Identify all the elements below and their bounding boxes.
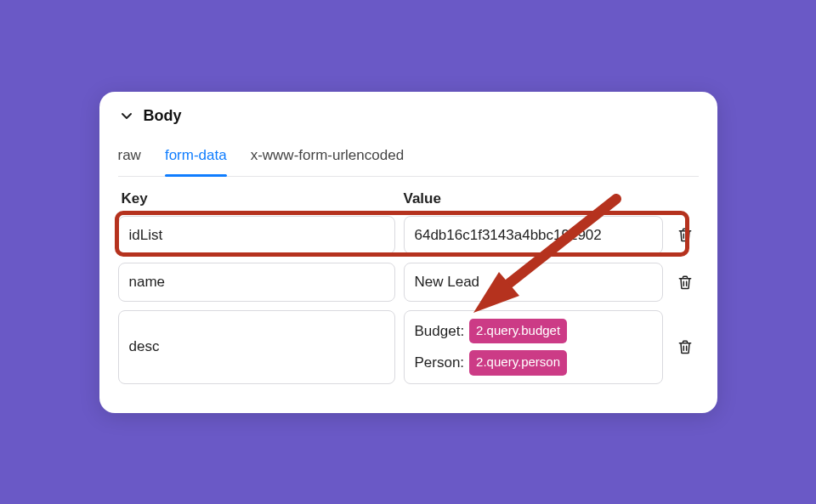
trash-icon bbox=[677, 226, 694, 243]
value-input[interactable]: New Lead bbox=[404, 263, 663, 302]
trash-icon bbox=[677, 274, 694, 291]
key-input[interactable]: idList bbox=[118, 216, 395, 255]
key-input[interactable]: desc bbox=[118, 310, 395, 384]
section-title: Body bbox=[144, 107, 182, 125]
value-input[interactable]: Budget: 2.query.budget Person: 2.query.p… bbox=[404, 310, 663, 384]
column-header-key: Key bbox=[122, 190, 404, 207]
value-label: Person: bbox=[415, 352, 465, 374]
value-label: Budget: bbox=[415, 320, 465, 343]
delete-row-button[interactable] bbox=[672, 310, 699, 384]
form-row: desc Budget: 2.query.budget Person: 2.qu… bbox=[118, 310, 699, 384]
form-rows: idList 64db16c1f3143a4bbc192902 name New… bbox=[118, 216, 699, 384]
tab-urlencoded[interactable]: x-www-form-urlencoded bbox=[251, 142, 404, 176]
tab-form-data[interactable]: form-data bbox=[165, 142, 227, 176]
delete-row-button[interactable] bbox=[672, 216, 699, 255]
trash-icon bbox=[677, 338, 694, 355]
form-row: name New Lead bbox=[118, 263, 699, 302]
column-header-value: Value bbox=[404, 190, 699, 207]
value-input[interactable]: 64db16c1f3143a4bbc192902 bbox=[404, 216, 663, 255]
body-type-tabs: raw form-data x-www-form-urlencoded bbox=[118, 130, 699, 177]
variable-tag[interactable]: 2.query.person bbox=[469, 350, 567, 376]
variable-tag[interactable]: 2.query.budget bbox=[469, 319, 567, 344]
key-input[interactable]: name bbox=[118, 263, 395, 302]
delete-row-button[interactable] bbox=[672, 263, 699, 302]
body-panel: Body raw form-data x-www-form-urlencoded… bbox=[99, 92, 717, 413]
column-headers: Key Value bbox=[118, 189, 699, 216]
section-header: Body bbox=[118, 107, 699, 130]
tab-raw[interactable]: raw bbox=[118, 142, 141, 176]
form-row: idList 64db16c1f3143a4bbc192902 bbox=[118, 216, 699, 255]
collapse-chevron-icon[interactable] bbox=[118, 107, 135, 124]
